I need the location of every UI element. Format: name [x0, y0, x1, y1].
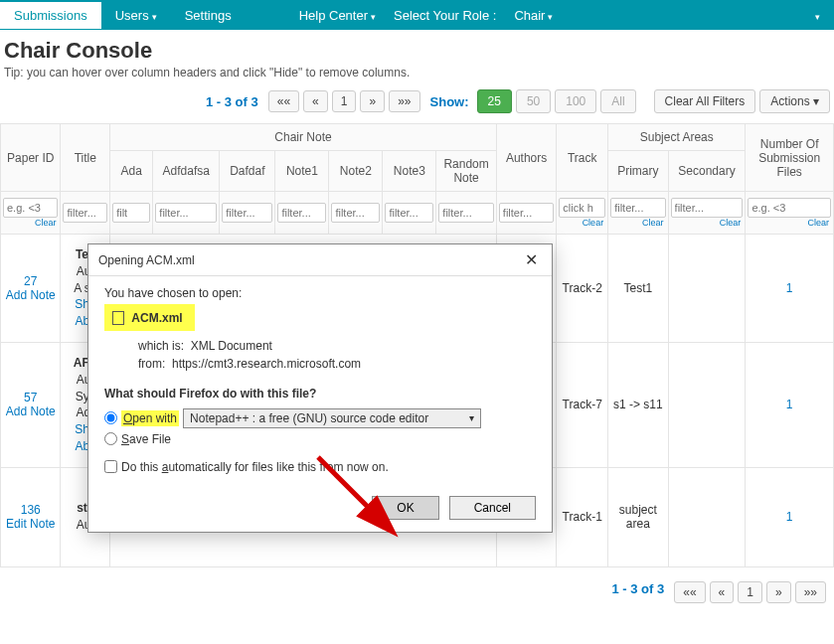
secondary-cell: [668, 235, 746, 343]
filter-files[interactable]: [748, 198, 831, 218]
filter-primary[interactable]: [610, 198, 665, 218]
tab-users[interactable]: Users: [101, 2, 171, 29]
help-center[interactable]: Help Center: [285, 2, 390, 29]
pager-info-top: 1 - 3 of 3: [206, 94, 258, 109]
pager-last-bottom[interactable]: »»: [795, 581, 826, 603]
col-primary[interactable]: Primary: [608, 151, 668, 192]
col-paper-id[interactable]: Paper ID: [1, 124, 61, 192]
add-note-link[interactable]: Add Note: [5, 404, 56, 418]
col-random-note[interactable]: Random Note: [436, 151, 496, 192]
show-50[interactable]: 50: [516, 89, 551, 113]
tab-submissions[interactable]: Submissions: [0, 2, 101, 29]
clear-filter[interactable]: Clear: [671, 218, 744, 228]
save-file-radio[interactable]: [104, 432, 117, 445]
filter-dafdaf[interactable]: [222, 203, 272, 223]
show-100[interactable]: 100: [555, 89, 596, 113]
pager-first[interactable]: ««: [268, 90, 299, 112]
pager-page-bottom[interactable]: 1: [738, 581, 762, 603]
track-cell: Track-1: [557, 467, 608, 566]
document-icon: [112, 311, 124, 325]
show-all[interactable]: All: [600, 89, 635, 113]
files-count[interactable]: 1: [746, 467, 834, 566]
col-num-files[interactable]: Number Of Submission Files: [746, 124, 834, 192]
pager-last[interactable]: »»: [389, 90, 419, 112]
filter-authors[interactable]: [499, 203, 554, 223]
filter-adf[interactable]: [155, 203, 217, 223]
clear-filter[interactable]: Clear: [3, 218, 58, 228]
filter-ada[interactable]: [112, 203, 150, 223]
col-adfdafsa[interactable]: Adfdafsa: [153, 151, 220, 192]
role-select[interactable]: Chair: [500, 2, 567, 29]
col-track[interactable]: Track: [557, 124, 608, 192]
role-prompt: Select Your Role :: [390, 2, 500, 29]
col-secondary[interactable]: Secondary: [668, 151, 746, 192]
tab-settings[interactable]: Settings: [171, 2, 246, 29]
primary-cell: Test1: [608, 235, 668, 343]
clear-filter[interactable]: Clear: [748, 218, 831, 228]
dialog-question: What should Firefox do with this file?: [104, 387, 536, 401]
pager-prev[interactable]: «: [303, 90, 328, 112]
caret-down-icon: ▾: [813, 94, 819, 108]
pager-prev-bottom[interactable]: «: [710, 581, 735, 603]
filter-secondary[interactable]: [671, 198, 744, 218]
clear-filter[interactable]: Clear: [559, 218, 605, 228]
filter-track[interactable]: [559, 198, 605, 218]
auto-label: Do this automatically for files like thi…: [121, 460, 389, 474]
clear-filter[interactable]: Clear: [610, 218, 665, 228]
filter-random[interactable]: [438, 203, 493, 223]
edit-note-link[interactable]: Edit Note: [5, 517, 56, 531]
top-nav: Submissions Users Settings Help Center S…: [0, 0, 834, 30]
pager-first-bottom[interactable]: ««: [674, 581, 705, 603]
user-menu[interactable]: [769, 2, 834, 29]
track-cell: Track-7: [557, 342, 608, 467]
clear-all-filters-button[interactable]: Clear All Filters: [654, 89, 756, 113]
filter-title[interactable]: [63, 203, 107, 223]
filter-paper-id[interactable]: [3, 198, 58, 218]
open-with-radio[interactable]: [104, 411, 117, 424]
filter-note2[interactable]: [331, 203, 380, 223]
col-title[interactable]: Title: [61, 124, 110, 192]
file-badge: ACM.xml: [104, 304, 195, 331]
col-dafdaf[interactable]: Dafdaf: [220, 151, 275, 192]
open-with-app-select[interactable]: Notepad++ : a free (GNU) source code edi…: [183, 408, 481, 428]
dialog-chosen-text: You have chosen to open:: [104, 286, 536, 300]
save-file-label: Save File: [121, 432, 171, 446]
add-note-link[interactable]: Add Note: [5, 288, 56, 302]
col-subject-areas: Subject Areas: [608, 124, 746, 151]
files-count[interactable]: 1: [746, 235, 834, 343]
download-dialog: Opening ACM.xml ✕ You have chosen to ope…: [87, 243, 553, 533]
paper-id-link[interactable]: 57: [5, 391, 56, 404]
paper-id-link[interactable]: 27: [5, 274, 56, 288]
cancel-button[interactable]: Cancel: [449, 496, 536, 520]
secondary-cell: [668, 467, 746, 566]
col-chair-note: Chair Note: [110, 124, 497, 151]
pager-info-bottom: 1 - 3 of 3: [611, 581, 664, 603]
secondary-cell: [668, 342, 746, 467]
col-ada[interactable]: Ada: [110, 151, 153, 192]
col-note3[interactable]: Note3: [383, 151, 436, 192]
show-25[interactable]: 25: [477, 89, 512, 113]
dialog-title: Opening ACM.xml: [98, 253, 195, 267]
files-count[interactable]: 1: [746, 342, 834, 467]
auto-checkbox[interactable]: [104, 460, 117, 473]
col-note2[interactable]: Note2: [329, 151, 383, 192]
pager-next-bottom[interactable]: »: [766, 581, 791, 603]
pager-page[interactable]: 1: [332, 90, 357, 112]
pager-next[interactable]: »: [360, 90, 385, 112]
primary-cell: s1 -> s11: [608, 342, 668, 467]
show-label: Show:: [430, 94, 469, 109]
filter-note3[interactable]: [385, 203, 433, 223]
paper-id-link[interactable]: 136: [5, 503, 56, 517]
close-icon[interactable]: ✕: [521, 250, 542, 269]
col-note1[interactable]: Note1: [275, 151, 329, 192]
filter-note1[interactable]: [277, 203, 326, 223]
actions-button[interactable]: Actions ▾: [759, 89, 830, 113]
primary-cell: subject area: [608, 467, 668, 566]
track-cell: Track-2: [557, 235, 608, 343]
ok-button[interactable]: OK: [372, 496, 438, 520]
col-authors[interactable]: Authors: [496, 124, 556, 192]
tip-text: Tip: you can hover over column headers a…: [0, 66, 834, 89]
open-with-label: OOpen withpen with: [121, 410, 179, 426]
page-title: Chair Console: [0, 30, 834, 66]
